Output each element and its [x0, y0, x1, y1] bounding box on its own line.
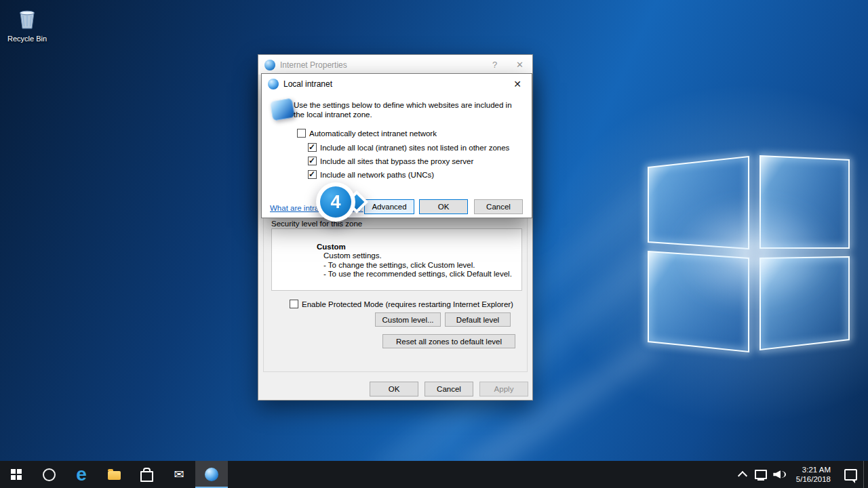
local-intranet-titlebar[interactable]: Local intranet ✕: [262, 74, 532, 94]
local-intranet-icon: [268, 79, 279, 89]
close-button[interactable]: ✕: [503, 74, 532, 94]
local-sites-label: Include all local (intranet) sites not l…: [320, 144, 509, 152]
cortana-circle-icon: [43, 468, 56, 481]
network-paths-checkbox-row[interactable]: Include all network paths (UNCs): [308, 170, 434, 179]
step-4-callout: 4: [313, 182, 378, 230]
store-button[interactable]: [130, 461, 163, 488]
local-sites-checkbox-row[interactable]: Include all local (intranet) sites not l…: [308, 143, 509, 152]
edge-icon: e: [76, 465, 87, 484]
custom-level-button[interactable]: Custom level...: [375, 312, 441, 327]
show-desktop-button[interactable]: [863, 461, 868, 488]
security-level-line: Custom settings.: [323, 251, 521, 261]
clock-time: 3:21 AM: [796, 465, 831, 474]
taskbar-clock[interactable]: 3:21 AM 5/16/2018: [789, 461, 837, 488]
intranet-zone-icon: [270, 98, 296, 121]
recycle-bin[interactable]: Recycle Bin: [7, 5, 47, 43]
security-level-box: Custom Custom settings. - To change the …: [271, 228, 522, 291]
callout-number: 4: [320, 186, 351, 218]
internet-properties-titlebar[interactable]: Internet Properties ? ✕: [258, 55, 532, 75]
start-button[interactable]: [0, 461, 33, 488]
mail-button[interactable]: ✉: [163, 461, 195, 488]
show-hidden-icons-button[interactable]: [734, 461, 751, 488]
detect-intranet-checkbox-row[interactable]: Automatically detect intranet network: [297, 129, 437, 138]
recycle-bin-label: Recycle Bin: [7, 35, 47, 43]
windows-logo-icon: [11, 469, 22, 480]
ok-button[interactable]: OK: [419, 199, 468, 214]
internet-properties-title: Internet Properties: [280, 60, 347, 70]
ok-button[interactable]: OK: [370, 382, 418, 396]
protected-mode-checkbox-row[interactable]: Enable Protected Mode (requires restarti…: [290, 300, 513, 308]
store-bag-icon: [140, 471, 153, 482]
volume-tray-button[interactable]: [770, 461, 789, 488]
internet-properties-icon: [205, 468, 218, 481]
internet-properties-taskbar-button[interactable]: [195, 461, 228, 488]
local-intranet-dialog: Local intranet ✕ Use the settings below …: [261, 73, 532, 218]
cancel-button[interactable]: Cancel: [474, 199, 523, 214]
detect-intranet-label: Automatically detect intranet network: [309, 129, 437, 138]
reset-zones-button[interactable]: Reset all zones to default level: [382, 334, 515, 348]
action-center-icon: [844, 469, 857, 481]
network-paths-label: Include all network paths (UNCs): [320, 171, 434, 179]
help-button[interactable]: ?: [482, 55, 507, 75]
network-icon: [755, 470, 767, 479]
security-level-line: - To use the recommended settings, click…: [323, 270, 521, 279]
close-button[interactable]: ✕: [507, 55, 532, 75]
recycle-bin-icon: [14, 5, 41, 31]
cancel-button[interactable]: Cancel: [425, 382, 473, 396]
local-intranet-title: Local intranet: [283, 79, 332, 89]
cortana-button[interactable]: [33, 461, 65, 488]
protected-mode-checkbox[interactable]: [290, 300, 298, 308]
edge-taskbar-button[interactable]: e: [65, 461, 98, 488]
protected-mode-label: Enable Protected Mode (requires restarti…: [302, 300, 513, 308]
intranet-description: Use the settings below to define which w…: [294, 100, 523, 119]
clock-date: 5/16/2018: [796, 474, 831, 484]
network-tray-button[interactable]: [751, 461, 770, 488]
chevron-up-icon: [738, 470, 747, 480]
apply-button[interactable]: Apply: [479, 382, 528, 396]
folder-icon: [108, 471, 121, 480]
detect-intranet-checkbox[interactable]: [297, 129, 306, 138]
security-level-name: Custom: [317, 243, 521, 251]
file-explorer-button[interactable]: [98, 461, 130, 488]
bypass-proxy-checkbox-row[interactable]: Include all sites that bypass the proxy …: [308, 157, 473, 165]
security-level-line: - To change the settings, click Custom l…: [323, 261, 521, 270]
local-sites-checkbox[interactable]: [308, 143, 317, 152]
speaker-icon: [773, 470, 786, 479]
internet-properties-icon: [264, 60, 275, 70]
network-paths-checkbox[interactable]: [308, 170, 317, 179]
taskbar: e ✉ 3:21 AM 5/16/2018: [0, 461, 868, 488]
system-tray: 3:21 AM 5/16/2018: [734, 461, 868, 488]
bypass-proxy-checkbox[interactable]: [308, 157, 317, 165]
mail-envelope-icon: ✉: [174, 468, 184, 481]
default-level-button[interactable]: Default level: [445, 312, 511, 327]
action-center-button[interactable]: [837, 461, 863, 488]
bypass-proxy-label: Include all sites that bypass the proxy …: [320, 157, 473, 165]
